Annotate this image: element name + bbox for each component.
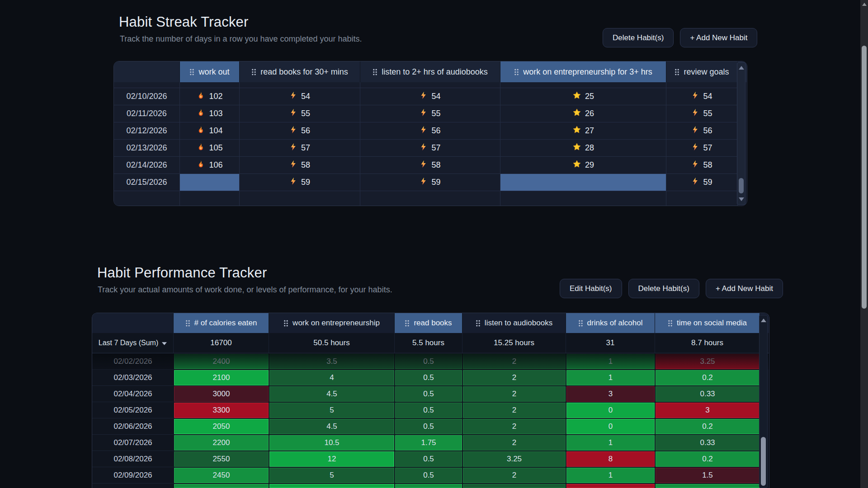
performance-cell[interactable] (174, 483, 269, 488)
scroll-up-icon[interactable] (739, 66, 744, 70)
streak-cell[interactable]: 29 (500, 156, 666, 174)
performance-cell[interactable]: 3.25 (655, 353, 760, 370)
scroll-up-icon[interactable] (761, 319, 766, 322)
performance-cell[interactable]: 3.5 (269, 353, 395, 370)
performance-cell[interactable]: 5 (269, 467, 395, 483)
streak-cell[interactable]: 56 (666, 122, 738, 139)
streak-column-header-read-books-for-30-mins[interactable]: read books for 30+ mins (240, 61, 360, 82)
performance-cell[interactable]: 2 (462, 467, 566, 483)
drag-handle-icon[interactable] (405, 320, 410, 327)
drag-handle-icon[interactable] (283, 320, 288, 327)
performance-column-header-time-on-social-media[interactable]: time on social media (655, 313, 760, 333)
performance-cell[interactable]: 4.5 (269, 386, 395, 402)
performance-cell[interactable]: 0.5 (395, 402, 462, 418)
performance-column-header-drinks-of-alcohol[interactable]: drinks of alcohol (566, 313, 655, 333)
drag-handle-icon[interactable] (373, 69, 377, 75)
performance-cell[interactable]: 1 (566, 370, 655, 386)
streak-delete-habits-button[interactable]: Delete Habit(s) (603, 28, 674, 47)
page-scrollbar-thumb[interactable] (862, 46, 867, 309)
performance-cell[interactable]: 3000 (174, 386, 269, 402)
performance-delete-habits-button[interactable]: Delete Habit(s) (628, 279, 699, 298)
performance-cell[interactable]: 2200 (174, 435, 269, 451)
scroll-up-icon[interactable] (862, 3, 867, 6)
scrollbar-thumb[interactable] (739, 178, 744, 193)
streak-cell[interactable]: 57 (240, 139, 360, 156)
performance-add-new-habit-button[interactable]: + Add New Habit (706, 279, 783, 298)
performance-cell[interactable]: 8 (566, 451, 655, 467)
streak-add-new-habit-button[interactable]: + Add New Habit (680, 28, 757, 47)
performance-cell[interactable]: 3 (655, 402, 760, 418)
streak-cell[interactable]: 59 (666, 174, 738, 191)
drag-handle-icon[interactable] (675, 69, 679, 75)
streak-table-scrollbar[interactable] (737, 62, 745, 205)
page-scrollbar[interactable] (860, 0, 868, 488)
streak-cell[interactable]: 105 (180, 139, 240, 156)
streak-cell[interactable]: 102 (180, 88, 240, 105)
performance-cell[interactable]: 2100 (174, 370, 269, 386)
performance-cell[interactable] (655, 483, 760, 488)
streak-cell[interactable]: 103 (180, 105, 240, 122)
performance-cell[interactable]: 2050 (174, 418, 269, 435)
performance-cell[interactable]: 1 (566, 467, 655, 483)
performance-cell[interactable]: 1 (566, 435, 655, 451)
performance-column-header-listen-to-audiobooks[interactable]: listen to audiobooks (462, 313, 566, 333)
performance-column-header-work-on-entrepreneurship[interactable]: work on entrepreneurship (269, 313, 395, 333)
performance-cell[interactable]: 0.2 (655, 451, 760, 467)
performance-cell[interactable]: 3.25 (462, 451, 566, 467)
drag-handle-icon[interactable] (578, 320, 583, 327)
performance-cell[interactable]: 1.75 (395, 435, 462, 451)
performance-cell[interactable]: 10.5 (269, 435, 395, 451)
performance-cell[interactable]: 3300 (174, 402, 269, 418)
performance-table-scrollbar[interactable] (759, 315, 768, 488)
streak-cell[interactable]: 54 (360, 88, 500, 105)
streak-column-header-work-out[interactable]: work out (180, 61, 240, 82)
performance-cell[interactable]: 0 (566, 402, 655, 418)
streak-cell[interactable]: 56 (360, 122, 500, 139)
performance-cell[interactable]: 2550 (174, 451, 269, 467)
performance-cell[interactable] (395, 483, 462, 488)
performance-cell[interactable]: 2 (462, 435, 566, 451)
streak-cell[interactable]: 27 (500, 122, 666, 139)
performance-cell[interactable]: 0.5 (395, 370, 462, 386)
performance-cell[interactable]: 2 (462, 370, 566, 386)
performance-cell[interactable]: 0.5 (395, 353, 462, 370)
performance-cell[interactable] (269, 483, 395, 488)
performance-cell[interactable]: 3 (566, 386, 655, 402)
streak-column-header-listen-to-2-hrs-of-audiobooks[interactable]: listen to 2+ hrs of audiobooks (360, 61, 500, 82)
drag-handle-icon[interactable] (189, 69, 194, 75)
performance-cell[interactable]: 1 (566, 353, 655, 370)
performance-cell[interactable]: 12 (269, 451, 395, 467)
streak-cell[interactable]: 57 (666, 139, 738, 156)
streak-cell[interactable]: 58 (240, 156, 360, 174)
performance-cell[interactable]: 0.2 (655, 418, 760, 435)
performance-column-header-of-calories-eaten[interactable]: # of calories eaten (174, 313, 269, 333)
performance-cell[interactable]: 0.33 (655, 435, 760, 451)
performance-cell[interactable] (566, 483, 655, 488)
performance-cell[interactable]: 4 (269, 370, 395, 386)
summary-range-dropdown[interactable]: Last 7 Days (Sum) (92, 333, 174, 353)
streak-cell[interactable]: 59 (240, 174, 360, 191)
performance-cell[interactable]: 0.5 (395, 418, 462, 435)
performance-cell[interactable]: 2450 (174, 467, 269, 483)
performance-cell[interactable]: 2 (462, 418, 566, 435)
selected-cell[interactable] (500, 174, 666, 191)
streak-column-header-review-goals[interactable]: review goals (666, 61, 738, 82)
performance-cell[interactable]: 5 (269, 402, 395, 418)
drag-handle-icon[interactable] (514, 69, 519, 75)
streak-cell[interactable]: 59 (360, 174, 500, 191)
performance-cell[interactable]: 0.2 (655, 370, 760, 386)
performance-cell[interactable]: 0.5 (395, 386, 462, 402)
streak-cell[interactable]: 25 (500, 88, 666, 105)
performance-cell[interactable]: 0.5 (395, 451, 462, 467)
performance-cell[interactable]: 4.5 (269, 418, 395, 435)
scroll-down-icon[interactable] (739, 197, 744, 201)
performance-cell[interactable]: 1.5 (655, 467, 760, 483)
streak-cell[interactable]: 28 (500, 139, 666, 156)
performance-cell[interactable]: 0 (566, 418, 655, 435)
streak-cell[interactable]: 104 (180, 122, 240, 139)
streak-cell[interactable]: 26 (500, 105, 666, 122)
streak-column-header-work-on-entrepreneurship-for-3-hrs[interactable]: work on entrepreneurship for 3+ hrs (500, 61, 666, 82)
streak-cell[interactable]: 55 (666, 105, 738, 122)
drag-handle-icon[interactable] (251, 69, 256, 75)
streak-cell[interactable]: 56 (240, 122, 360, 139)
